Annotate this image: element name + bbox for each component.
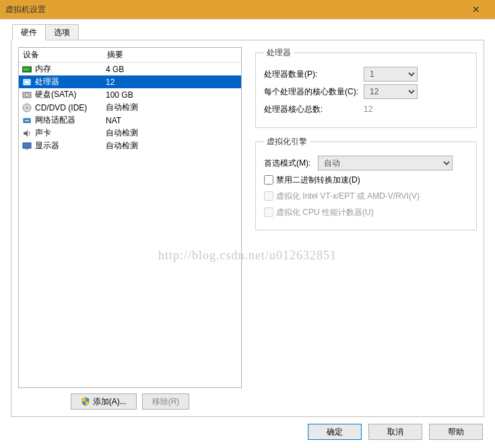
processors-legend: 处理器 <box>264 47 294 59</box>
dialog-buttons: 确定 取消 帮助 <box>308 424 483 440</box>
device-list-panel: 设备 摘要 内存 4 GB 处理器 12 硬盘(SATA) 100 GB <box>11 40 249 416</box>
window-title: 虚拟机设置 <box>5 4 463 15</box>
device-summary: 自动检测 <box>106 140 241 152</box>
remove-button[interactable]: 移除(R) <box>142 393 190 410</box>
sound-icon <box>22 129 32 138</box>
svg-rect-14 <box>26 148 28 150</box>
list-row[interactable]: 声卡 自动检测 <box>19 127 241 139</box>
disable-binary-label: 禁用二进制转换加速(D) <box>276 174 360 186</box>
device-summary: NAT <box>106 116 241 125</box>
list-row[interactable]: CD/DVD (IDE) 自动检测 <box>19 101 241 114</box>
device-name: CD/DVD (IDE) <box>35 103 106 113</box>
svg-rect-13 <box>23 143 31 148</box>
shield-icon <box>81 397 90 406</box>
total-cores-label: 处理器核心总数: <box>264 104 364 115</box>
add-button-label: 添加(A)... <box>93 396 127 408</box>
cpu-counters-checkbox <box>264 207 273 217</box>
list-row[interactable]: 内存 4 GB <box>19 63 241 75</box>
device-summary: 自动检测 <box>106 127 241 139</box>
device-list: 设备 摘要 内存 4 GB 处理器 12 硬盘(SATA) 100 GB <box>18 47 242 388</box>
preferred-mode-label: 首选模式(M): <box>264 158 318 169</box>
cpu-counters-row: 虚拟化 CPU 性能计数器(U) <box>264 204 468 220</box>
vtx-row: 虚拟化 Intel VT-x/EPT 或 AMD-V/RVI(V) <box>264 188 468 204</box>
cd-icon <box>22 103 32 113</box>
help-button[interactable]: 帮助 <box>429 424 483 440</box>
processor-count-select[interactable]: 1 <box>364 67 418 82</box>
memory-icon <box>22 65 32 74</box>
device-summary: 自动检测 <box>106 102 241 113</box>
cpu-counters-label: 虚拟化 CPU 性能计数器(U) <box>276 207 374 218</box>
total-cores-value: 12 <box>364 104 404 114</box>
device-name: 显示器 <box>35 140 106 152</box>
device-summary: 12 <box>106 77 241 87</box>
list-row[interactable]: 网络适配器 NAT <box>19 114 241 127</box>
svg-marker-12 <box>24 130 28 137</box>
device-name: 处理器 <box>35 76 106 88</box>
settings-panel: 处理器 处理器数量(P): 1 每个处理器的核心数量(C): 12 处理器核心总… <box>249 40 484 416</box>
virt-engine-legend: 虚拟化引擎 <box>264 136 310 148</box>
preferred-mode-select[interactable]: 自动 <box>318 156 453 170</box>
device-name: 网络适配器 <box>35 115 106 126</box>
disk-icon <box>22 90 32 100</box>
dialog-content: 硬件 选项 设备 摘要 内存 4 GB 处理器 12 <box>0 19 495 448</box>
disable-binary-checkbox[interactable] <box>264 175 273 185</box>
svg-rect-1 <box>24 68 25 71</box>
tabs: 硬件 选项 <box>0 24 495 40</box>
device-name: 内存 <box>35 63 106 75</box>
processor-count-label: 处理器数量(P): <box>264 69 364 80</box>
svg-rect-5 <box>25 81 29 84</box>
list-row[interactable]: 硬盘(SATA) 100 GB <box>19 88 241 101</box>
disable-binary-row: 禁用二进制转换加速(D) <box>264 172 468 188</box>
svg-rect-3 <box>28 68 29 71</box>
add-button[interactable]: 添加(A)... <box>71 393 137 410</box>
cores-per-processor-label: 每个处理器的核心数量(C): <box>264 86 364 98</box>
cancel-button[interactable]: 取消 <box>368 424 422 440</box>
vtx-label: 虚拟化 Intel VT-x/EPT 或 AMD-V/RVI(V) <box>276 191 420 202</box>
display-icon <box>22 141 32 151</box>
network-icon <box>22 116 32 125</box>
tab-panel: 设备 摘要 内存 4 GB 处理器 12 硬盘(SATA) 100 GB <box>11 40 484 417</box>
titlebar: 虚拟机设置 ✕ <box>0 0 495 19</box>
vtx-checkbox <box>264 191 273 201</box>
device-name: 硬盘(SATA) <box>35 89 106 100</box>
close-icon[interactable]: ✕ <box>463 4 490 15</box>
list-row[interactable]: 显示器 自动检测 <box>19 139 241 152</box>
ok-button[interactable]: 确定 <box>308 424 362 440</box>
virt-engine-group: 虚拟化引擎 首选模式(M): 自动 禁用二进制转换加速(D) 虚拟化 Intel… <box>255 136 477 230</box>
header-summary: 摘要 <box>107 49 241 61</box>
cpu-icon <box>22 77 32 87</box>
svg-rect-2 <box>26 68 27 71</box>
device-buttons: 添加(A)... 移除(R) <box>18 393 242 410</box>
device-list-header: 设备 摘要 <box>19 48 241 63</box>
processors-group: 处理器 处理器数量(P): 1 每个处理器的核心数量(C): 12 处理器核心总… <box>255 47 477 128</box>
header-device: 设备 <box>23 49 107 61</box>
cores-per-processor-select[interactable]: 12 <box>364 84 418 99</box>
device-summary: 4 GB <box>106 65 241 74</box>
tab-options[interactable]: 选项 <box>45 24 79 40</box>
device-summary: 100 GB <box>106 90 241 100</box>
svg-point-9 <box>26 106 28 108</box>
list-row[interactable]: 处理器 12 <box>19 75 241 88</box>
tab-hardware[interactable]: 硬件 <box>12 24 46 40</box>
device-name: 声卡 <box>35 127 106 139</box>
svg-rect-11 <box>25 120 29 121</box>
svg-point-7 <box>26 93 29 96</box>
